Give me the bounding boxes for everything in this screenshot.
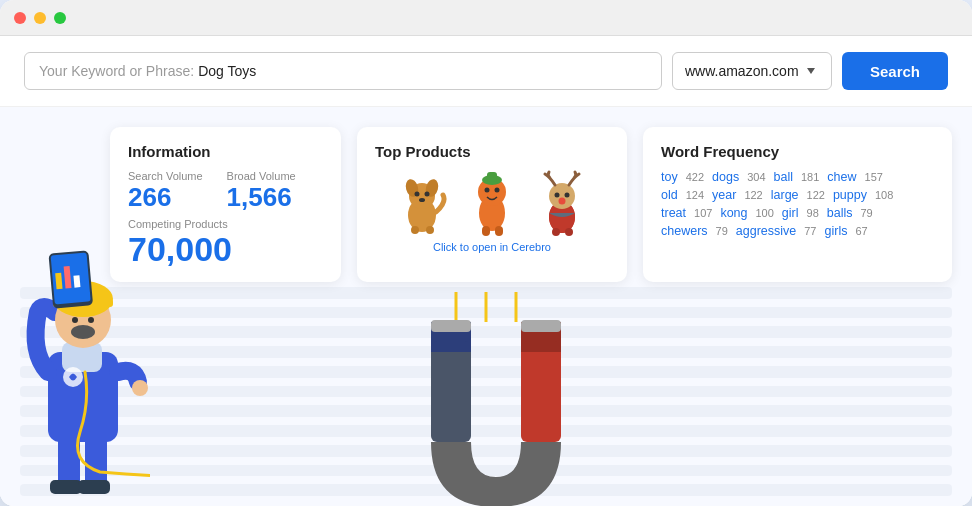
- svg-rect-27: [50, 480, 82, 494]
- search-button[interactable]: Search: [842, 52, 948, 90]
- freq-word[interactable]: chewers: [661, 224, 708, 238]
- freq-word[interactable]: girls: [825, 224, 848, 238]
- main-content: Information Search Volume 266 Broad Volu…: [0, 107, 972, 506]
- freq-count: 79: [860, 207, 872, 219]
- keyword-input[interactable]: Your Keyword or Phrase: Dog Toys: [24, 52, 662, 90]
- svg-rect-8: [426, 226, 434, 234]
- freq-rows: toy422 dogs304 ball181 chew157 old124 ye…: [661, 170, 934, 238]
- freq-word[interactable]: ball: [774, 170, 793, 184]
- svg-point-20: [554, 192, 559, 197]
- freq-word[interactable]: large: [771, 188, 799, 202]
- freq-count: 422: [686, 171, 704, 183]
- svg-point-14: [494, 187, 499, 192]
- top-products-card: Top Products: [357, 127, 627, 282]
- freq-count: 122: [807, 189, 825, 201]
- svg-rect-7: [411, 226, 419, 234]
- freq-card-title: Word Frequency: [661, 143, 934, 160]
- freq-count: 122: [744, 189, 762, 201]
- freq-word[interactable]: dogs: [712, 170, 739, 184]
- freq-word[interactable]: old: [661, 188, 678, 202]
- magnet-illustration: [426, 292, 566, 506]
- product-image-3: [532, 170, 592, 235]
- product-image-1: [392, 170, 452, 235]
- freq-count: 108: [875, 189, 893, 201]
- freq-count: 100: [755, 207, 773, 219]
- svg-point-31: [132, 380, 148, 396]
- svg-rect-53: [431, 320, 471, 332]
- browser-window: Your Keyword or Phrase: Dog Toys www.ama…: [0, 0, 972, 506]
- freq-word[interactable]: puppy: [833, 188, 867, 202]
- freq-count: 79: [716, 225, 728, 237]
- search-volume-value: 266: [128, 184, 203, 210]
- svg-point-37: [71, 325, 95, 339]
- svg-point-22: [558, 197, 565, 204]
- freq-row-1: toy422 dogs304 ball181 chew157: [661, 170, 934, 184]
- freq-count: 107: [694, 207, 712, 219]
- svg-point-5: [424, 192, 429, 197]
- freq-word[interactable]: chew: [827, 170, 856, 184]
- maximize-dot[interactable]: [54, 12, 66, 24]
- svg-point-36: [88, 317, 94, 323]
- freq-word[interactable]: kong: [720, 206, 747, 220]
- freq-count: 157: [865, 171, 883, 183]
- domain-text: www.amazon.com: [685, 63, 799, 79]
- keyword-label: Your Keyword or Phrase:: [39, 63, 194, 79]
- freq-count: 181: [801, 171, 819, 183]
- domain-select[interactable]: www.amazon.com: [672, 52, 832, 90]
- freq-word[interactable]: year: [712, 188, 736, 202]
- freq-word[interactable]: aggressive: [736, 224, 796, 238]
- freq-row-4: chewers79 aggressive77 girls67: [661, 224, 934, 238]
- svg-point-21: [564, 192, 569, 197]
- svg-rect-16: [495, 226, 503, 236]
- search-bar-area: Your Keyword or Phrase: Dog Toys www.ama…: [0, 36, 972, 107]
- freq-count: 124: [686, 189, 704, 201]
- cards-row: Information Search Volume 266 Broad Volu…: [110, 127, 952, 282]
- competing-group: Competing Products 70,000: [128, 218, 323, 266]
- search-volume-label: Search Volume: [128, 170, 203, 182]
- freq-row-2: old124 year122 large122 puppy108: [661, 188, 934, 202]
- broad-volume-group: Broad Volume 1,566: [227, 170, 296, 210]
- freq-word[interactable]: balls: [827, 206, 853, 220]
- products-images: [375, 170, 609, 235]
- browser-titlebar: [0, 0, 972, 36]
- freq-count: 67: [855, 225, 867, 237]
- chevron-down-icon: [807, 68, 815, 74]
- freq-count: 77: [804, 225, 816, 237]
- information-card: Information Search Volume 266 Broad Volu…: [110, 127, 341, 282]
- svg-rect-12: [487, 172, 497, 182]
- minimize-dot[interactable]: [34, 12, 46, 24]
- word-frequency-card: Word Frequency toy422 dogs304 ball181 ch…: [643, 127, 952, 282]
- svg-rect-28: [78, 480, 110, 494]
- freq-count: 304: [747, 171, 765, 183]
- svg-point-4: [414, 192, 419, 197]
- broad-volume-value: 1,566: [227, 184, 296, 210]
- close-dot[interactable]: [14, 12, 26, 24]
- freq-word[interactable]: girl: [782, 206, 799, 220]
- competing-value: 70,000: [128, 232, 323, 266]
- broad-volume-label: Broad Volume: [227, 170, 296, 182]
- svg-rect-54: [521, 320, 561, 332]
- svg-rect-23: [552, 228, 560, 236]
- keyword-value: Dog Toys: [198, 63, 256, 79]
- svg-rect-24: [565, 228, 573, 236]
- svg-point-19: [549, 183, 575, 209]
- browser-content: Your Keyword or Phrase: Dog Toys www.ama…: [0, 36, 972, 506]
- svg-rect-43: [73, 275, 80, 287]
- competing-label: Competing Products: [128, 218, 323, 230]
- freq-word[interactable]: treat: [661, 206, 686, 220]
- svg-rect-15: [482, 226, 490, 236]
- svg-point-6: [419, 198, 425, 202]
- freq-count: 98: [807, 207, 819, 219]
- svg-point-13: [484, 187, 489, 192]
- info-card-title: Information: [128, 143, 323, 160]
- search-volume-group: Search Volume 266: [128, 170, 203, 210]
- products-card-title: Top Products: [375, 143, 609, 160]
- svg-point-35: [72, 317, 78, 323]
- product-image-2: [462, 170, 522, 235]
- freq-word[interactable]: toy: [661, 170, 678, 184]
- freq-row-3: treat107 kong100 girl98 balls79: [661, 206, 934, 220]
- products-caption[interactable]: Click to open in Cerebro: [375, 241, 609, 253]
